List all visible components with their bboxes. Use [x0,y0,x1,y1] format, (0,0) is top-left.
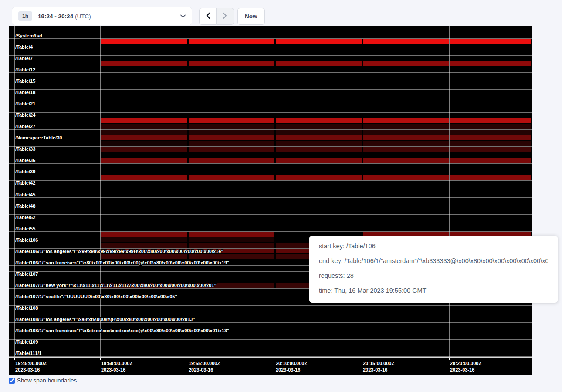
heatmap-cell-band[interactable] [363,124,449,129]
heatmap-cell-band[interactable] [363,135,449,140]
span-boundary-line [9,112,532,113]
span-boundary-line [9,197,532,198]
heatmap-cell-band[interactable] [450,135,531,140]
heatmap-cell-band[interactable] [189,135,274,140]
span-boundary-line [9,345,532,345]
heatmap-cell-band[interactable] [189,254,274,259]
heatmap-row-label: /Table/18 [15,90,35,95]
heatmap-cell-band[interactable] [101,243,187,248]
heatmap-cell-band[interactable] [189,130,274,135]
heatmap-cell-band[interactable] [189,118,274,123]
heatmap-cell-band[interactable] [363,130,449,135]
axis-tick [188,358,188,360]
heatmap-cell-band[interactable] [101,254,187,259]
heatmap-cell-band[interactable] [101,158,187,163]
span-boundary-line [9,55,532,56]
key-visualizer-heatmap[interactable]: 19:45:00.000Z2023-03-1619:50:00.000Z2023… [9,26,532,375]
heatmap-cell-band[interactable] [276,124,362,129]
heatmap-row-label: /Table/24 [15,113,35,118]
heatmap-row-label: /Table/21 [15,101,35,106]
heatmap-cell-band[interactable] [363,175,449,180]
heatmap-cell-band[interactable] [450,39,531,44]
heatmap-cell-band[interactable] [276,135,362,140]
heatmap-cell-band[interactable] [450,175,531,180]
heatmap-cell-band[interactable] [276,147,362,152]
heatmap-cell-band[interactable] [276,158,362,163]
heatmap-row-label: /Table/48 [15,204,35,209]
heatmap-cell-band[interactable] [101,175,187,180]
heatmap-cell-band[interactable] [363,118,449,123]
heatmap-cell-band[interactable] [189,232,274,237]
heatmap-cell-band[interactable] [189,141,274,146]
heatmap-cell-band[interactable] [363,158,449,163]
span-boundary-line [9,203,532,203]
span-boundary-line [9,209,532,209]
range-text: 19:24 - 20:24(UTC) [38,12,91,20]
heatmap-row-label: /Table/107 [15,272,38,277]
heatmap-cell-band[interactable] [189,39,274,44]
heatmap-cell-band[interactable] [363,61,449,66]
heatmap-row-label: /Table/108/1/"san francisco"/"\x8c\xcc\x… [15,328,229,333]
span-boundary-line [9,192,532,192]
heatmap-row-label: /NamespaceTable/30 [15,135,62,140]
span-boundary-line [9,50,532,50]
span-boundary-line [9,27,532,27]
heatmap-cell-band[interactable] [363,39,449,44]
span-boundary-line [9,101,532,101]
heatmap-cell-band[interactable] [276,39,362,44]
heatmap-row-label: /Table/15 [15,79,35,84]
next-range-button[interactable] [217,8,234,25]
show-span-boundaries-control[interactable]: Show span boundaries [9,377,77,384]
axis-tick-label: 20:20:00.000Z2023-03-16 [450,360,481,373]
heatmap-cell-band[interactable] [101,130,187,135]
heatmap-cell-band[interactable] [101,118,187,123]
heatmap-cell-band[interactable] [189,147,274,152]
heatmap-cell-band[interactable] [276,141,362,146]
heatmap-cell-band[interactable] [189,158,274,163]
heatmap-cell-band[interactable] [276,130,362,135]
span-boundary-line [9,169,532,169]
heatmap-cell-band[interactable] [101,147,187,152]
heatmap-cell-band[interactable] [450,118,531,123]
now-button[interactable]: Now [237,8,265,25]
heatmap-cell-band[interactable] [363,141,449,146]
time-range-selector[interactable]: 1h 19:24 - 20:24(UTC) [12,7,192,25]
span-boundary-line [9,67,532,67]
heatmap-cell-band[interactable] [276,61,362,66]
tooltip-end-key: end key: /Table/106/1/"amsterdam"/"\xb33… [319,253,548,268]
heatmap-cell-band[interactable] [189,237,274,242]
show-span-boundaries-checkbox[interactable] [9,378,15,384]
heatmap-cell-band[interactable] [450,61,531,66]
tooltip-requests: requests: 28 [319,268,548,283]
span-boundary-line [9,220,532,220]
heatmap-cell-band[interactable] [450,130,531,135]
heatmap-cell-band[interactable] [363,147,449,152]
time-axis: 19:45:00.000Z2023-03-1619:50:00.000Z2023… [9,357,532,375]
heatmap-cell-band[interactable] [101,135,187,140]
heatmap-cell-band[interactable] [189,61,274,66]
heatmap-cell-band[interactable] [189,175,274,180]
heatmap-row-label: /Table/42 [15,181,35,186]
heatmap-cell-band[interactable] [450,158,531,163]
heatmap-cell-band[interactable] [101,124,187,129]
span-boundary-line [9,186,532,186]
heatmap-cell-band[interactable] [189,243,274,248]
heatmap-row-label: /Table/4 [15,45,33,50]
heatmap-cell-band[interactable] [276,118,362,123]
heatmap-cell-band[interactable] [189,124,274,129]
heatmap-cell-band[interactable] [276,175,362,180]
heatmap-cell-band[interactable] [101,232,187,237]
heatmap-row-label: /Table/106/1/"los angeles"/"\x99\x99\x99… [15,249,223,254]
heatmap-cell-band[interactable] [450,147,531,152]
heatmap-cell-band[interactable] [101,237,187,242]
heatmap-row-label: /Table/12 [15,68,35,72]
heatmap-row-label: /Table/108 [15,306,38,311]
previous-range-button[interactable] [199,8,217,25]
heatmap-row-label: /Table/106/1/"san francisco"/"\x80\x00\x… [15,260,229,265]
axis-tick [100,358,101,360]
heatmap-cell-band[interactable] [450,124,531,129]
heatmap-cell-band[interactable] [101,39,187,44]
heatmap-cell-band[interactable] [450,141,531,146]
heatmap-cell-band[interactable] [101,61,187,66]
heatmap-cell-band[interactable] [101,141,187,146]
